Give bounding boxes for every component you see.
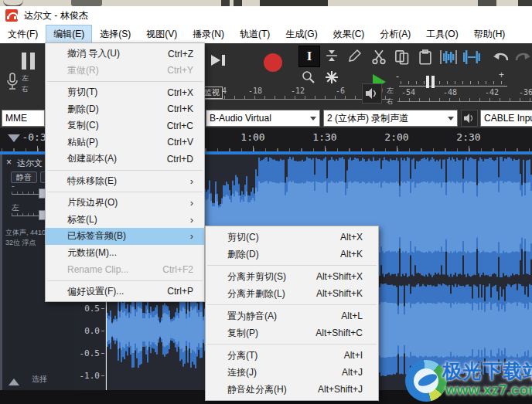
selection-tool-button[interactable]: I (298, 46, 320, 67)
menu-item-14[interactable]: 元数据(M)... (46, 245, 204, 262)
menu-item-shortcut: Ctrl+P (167, 286, 193, 297)
menubar-item-9[interactable]: 分析(A) (372, 25, 418, 43)
skip-to-end-button[interactable] (210, 54, 227, 66)
record-button[interactable] (264, 53, 282, 72)
menu-item-11[interactable]: 片段边界(O)› (46, 195, 204, 212)
menubar-item-4[interactable]: 视图(V) (138, 25, 185, 43)
menu-item-10[interactable]: 连接(J)Alt+J (206, 364, 378, 381)
menu-item-9[interactable]: 特殊移除(E)› (46, 173, 204, 190)
collapse-track-arrow-icon[interactable] (9, 379, 19, 385)
multi-tool-button[interactable] (322, 67, 342, 87)
menu-item-1[interactable]: 删除(D)Alt+K (206, 246, 378, 263)
menu-item-0[interactable]: 撤消 导入(U)Ctrl+Z (46, 46, 204, 63)
menu-item-label: 置为静音(A) (227, 310, 327, 323)
copy-button[interactable] (394, 49, 410, 65)
menu-item-12[interactable]: 标签(L)› (46, 212, 204, 229)
background-fragment (518, 0, 532, 6)
speaker-icon (365, 87, 379, 100)
track-close-button[interactable]: × (6, 157, 12, 168)
recording-channels-dropdown[interactable]: 2 (立体声) 录制声道 (323, 110, 458, 127)
audio-host-value: MME (5, 113, 27, 124)
envelope-tool-button[interactable] (322, 46, 342, 66)
menu-item-7[interactable]: 创建副本(A)Ctrl+D (46, 151, 204, 168)
menubar-item-8[interactable]: 效果(C) (326, 25, 373, 43)
speed-slider-ticks (401, 81, 507, 84)
menu-item-3[interactable]: 分离并剪切(S)Alt+Shift+X (206, 268, 378, 285)
menu-item-shortcut: Alt+Shift+C (315, 328, 363, 338)
menu-item-1[interactable]: 重做(R)Ctrl+Y (46, 63, 204, 80)
pause-button[interactable] (22, 53, 35, 70)
menu-item-label: 静音处分离(H) (227, 383, 304, 396)
rec-meter-right-label: 右 (22, 85, 29, 93)
menu-item-shortcut: Ctrl+K (167, 104, 193, 114)
meter-scale-number: -48 (443, 88, 457, 97)
amplitude-scale-label: -1.0 (80, 371, 101, 381)
menu-item-label: 复制(C) (67, 119, 153, 132)
timeline-major-tick (37, 146, 38, 151)
menu-item-0[interactable]: 剪切(C)Alt+X (206, 229, 378, 246)
menubar-item-3[interactable]: 选择(S) (92, 25, 138, 43)
menu-item-label: 撤消 导入(U) (67, 47, 154, 60)
menu-item-label: Rename Clip... (67, 264, 148, 275)
timeline-major-tick (325, 146, 326, 151)
undo-icon (492, 48, 510, 65)
trim-audio-button[interactable] (439, 49, 458, 65)
menu-item-7[interactable]: 复制(P)Alt+Shift+C (206, 324, 378, 341)
menu-item-shortcut: Alt+Shift+K (316, 288, 363, 299)
menu-item-15[interactable]: Rename Clip...Ctrl+F2 (46, 261, 204, 278)
speed-slider-track[interactable] (399, 86, 507, 87)
zoom-tool-button[interactable] (298, 67, 319, 87)
copy-icon (394, 49, 410, 65)
labeled-audio-submenu: 剪切(C)Alt+X删除(D)Alt+K分离并剪切(S)Alt+Shift+X分… (205, 226, 379, 401)
menu-item-13[interactable]: 已标签音频(B)› (46, 228, 204, 245)
menu-item-shortcut: Ctrl+Y (167, 65, 193, 76)
undo-button[interactable] (492, 48, 510, 65)
recording-device-dropdown[interactable]: B-Audio Virtual (206, 110, 320, 127)
menu-item-4[interactable]: 分离并删除(L)Alt+Shift+K (206, 285, 378, 302)
menubar-item-5[interactable]: 播录(N) (185, 25, 232, 43)
timeline-major-tick (469, 146, 469, 151)
draw-tool-button[interactable] (345, 46, 365, 66)
menu-item-label: 标签(L) (67, 213, 186, 226)
menu-item-17[interactable]: 偏好设置(F)...Ctrl+P (46, 283, 204, 300)
menubar-item-7[interactable]: 生成(G) (278, 25, 325, 43)
audio-host-dropdown[interactable]: MME (2, 110, 45, 127)
menubar-item-2[interactable]: 编辑(E) (46, 25, 92, 43)
menu-item-3[interactable]: 剪切(T)Ctrl+X (46, 84, 204, 101)
menubar-item-6[interactable]: 轨道(T) (232, 25, 278, 43)
menu-item-label: 特殊移除(E) (67, 175, 186, 188)
menubar-item-10[interactable]: 工具(O) (418, 25, 466, 43)
meter-scale-number: -42 (485, 88, 499, 97)
track-name[interactable]: 达尔文 (17, 158, 43, 169)
menu-separator (207, 265, 377, 266)
menu-item-4[interactable]: 删除(D)Ctrl+K (46, 101, 204, 118)
redo-button[interactable] (513, 48, 532, 65)
menu-item-label: 片段边界(O) (67, 196, 186, 209)
speed-slider-thumb[interactable] (426, 76, 437, 91)
gain-slider-minus: - (12, 181, 15, 190)
window-title: 达尔文 - 林俊杰 (24, 9, 88, 22)
silence-audio-button[interactable] (462, 49, 481, 65)
timeline-options-arrow-icon[interactable] (8, 134, 20, 142)
menu-item-11[interactable]: 静音处分离(H)Alt+Shift+J (206, 381, 378, 398)
menu-item-9[interactable]: 分离(T)Alt+I (206, 347, 378, 364)
meter-scale-number: -36 (519, 88, 532, 97)
menu-item-6[interactable]: 置为静音(A)Alt+L (206, 307, 378, 324)
playback-meter-speaker-button[interactable] (362, 83, 382, 104)
amplitude-scale-tick (101, 375, 104, 376)
amplitude-scale-label: -0.5 (80, 348, 101, 358)
menu-item-5[interactable]: 复制(C)Ctrl+C (46, 117, 204, 134)
menu-item-6[interactable]: 粘贴(P)Ctrl+V (46, 134, 204, 151)
menubar-item-1[interactable]: 文件(F) (0, 25, 46, 43)
watermark-site-name: 极光下载站 (442, 358, 532, 384)
microphone-icon[interactable] (5, 73, 20, 93)
track-select-button[interactable]: 选择 (32, 374, 47, 385)
mute-button[interactable]: 静音 (11, 171, 37, 183)
cut-button[interactable] (371, 49, 387, 65)
menubar-item-11[interactable]: 帮助(H) (466, 25, 513, 43)
playback-device-dropdown[interactable]: CABLE Inpu (480, 110, 532, 127)
menu-item-label: 分离(T) (227, 349, 330, 362)
recording-device-value: B-Audio Virtual (210, 113, 271, 124)
timeline-time-label: 2:00 (384, 131, 408, 143)
paste-button[interactable] (418, 49, 433, 65)
